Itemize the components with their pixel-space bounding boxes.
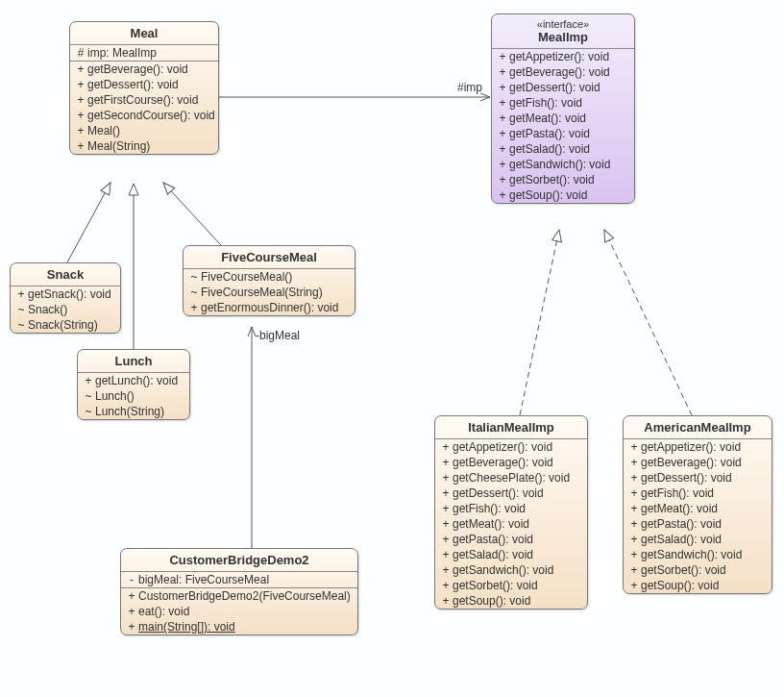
op-row: +getMeat(): void bbox=[435, 516, 587, 532]
op-row: +getFish(): void bbox=[435, 501, 587, 516]
attrs-section: -bigMeal: FiveCourseMeal bbox=[121, 572, 357, 588]
class-name: MealImp bbox=[538, 30, 588, 44]
op-row: +getFish(): void bbox=[492, 95, 634, 111]
op-row: +getEnormousDinner(): void bbox=[184, 300, 355, 315]
ops-section: ~FiveCourseMeal() ~FiveCourseMeal(String… bbox=[184, 269, 355, 315]
attr-row: -bigMeal: FiveCourseMeal bbox=[121, 572, 357, 587]
op-row: +getLunch(): void bbox=[78, 373, 189, 388]
class-fivecoursemeal[interactable]: FiveCourseMeal ~FiveCourseMeal() ~FiveCo… bbox=[183, 245, 355, 316]
ops-section: +getAppetizer(): void +getBeverage(): vo… bbox=[624, 439, 772, 593]
op-row: +getSalad(): void bbox=[435, 547, 587, 562]
op-row: +getSorbet(): void bbox=[492, 172, 634, 187]
assoc-label-imp: #imp bbox=[457, 81, 482, 94]
op-row: ~FiveCourseMeal(String) bbox=[184, 285, 355, 300]
op-row: ~Lunch(String) bbox=[78, 404, 189, 419]
op-row: +getFirstCourse(): void bbox=[70, 92, 218, 108]
op-row: +getSandwich(): void bbox=[624, 547, 772, 562]
attr-row: #imp: MealImp bbox=[70, 45, 218, 61]
class-title: AmericanMealImp bbox=[624, 416, 772, 439]
ops-section: +CustomerBridgeDemo2(FiveCourseMeal) +ea… bbox=[121, 588, 357, 635]
svg-line-1 bbox=[67, 183, 110, 262]
op-row: +getBeverage(): void bbox=[70, 62, 218, 77]
class-italianmealimp[interactable]: ItalianMealImp +getAppetizer(): void +ge… bbox=[434, 415, 588, 610]
op-row: +getFish(): void bbox=[624, 485, 772, 501]
op-row: +getSalad(): void bbox=[492, 141, 634, 157]
ops-section: +getAppetizer(): void +getBeverage(): vo… bbox=[435, 439, 587, 609]
op-row: +getSorbet(): void bbox=[435, 578, 587, 593]
op-row: +getSnack(): void bbox=[11, 286, 120, 302]
op-row: +getPasta(): void bbox=[492, 126, 634, 141]
op-row: +getSandwich(): void bbox=[492, 157, 634, 172]
svg-line-5 bbox=[604, 230, 692, 415]
class-customerbridgedemo2[interactable]: CustomerBridgeDemo2 -bigMeal: FiveCourse… bbox=[120, 548, 358, 635]
op-row: +getSorbet(): void bbox=[624, 562, 772, 578]
op-row: +getSoup(): void bbox=[624, 578, 772, 593]
op-row: +getSandwich(): void bbox=[435, 562, 587, 578]
class-title: Meal bbox=[70, 22, 218, 45]
ops-section: +getLunch(): void ~Lunch() ~Lunch(String… bbox=[78, 373, 189, 419]
op-row: +getBeverage(): void bbox=[624, 455, 772, 470]
ops-section: +getBeverage(): void +getDessert(): void… bbox=[70, 62, 218, 154]
interface-mealimp[interactable]: «interface» MealImp +getAppetizer(): voi… bbox=[491, 13, 635, 204]
class-snack[interactable]: Snack +getSnack(): void ~Snack() ~Snack(… bbox=[10, 262, 121, 334]
op-row: +getPasta(): void bbox=[435, 532, 587, 547]
op-row: +getSoup(): void bbox=[492, 187, 634, 203]
op-row: ~Snack(String) bbox=[11, 317, 120, 333]
class-americanmealimp[interactable]: AmericanMealImp +getAppetizer(): void +g… bbox=[623, 415, 772, 594]
op-row: +getBeverage(): void bbox=[435, 455, 587, 470]
op-row: +getMeat(): void bbox=[624, 501, 772, 516]
op-row: +main(String[]): void bbox=[121, 619, 357, 635]
assoc-label-bigmeal: -bigMeal bbox=[256, 329, 300, 342]
op-row: +getDessert(): void bbox=[624, 470, 772, 485]
ops-section: +getAppetizer(): void +getBeverage(): vo… bbox=[492, 49, 634, 203]
class-title: «interface» MealImp bbox=[492, 14, 634, 49]
attrs-section: #imp: MealImp bbox=[70, 45, 218, 62]
stereotype: «interface» bbox=[498, 18, 628, 30]
op-row: +CustomerBridgeDemo2(FiveCourseMeal) bbox=[121, 588, 357, 604]
op-row: +getSalad(): void bbox=[624, 532, 772, 547]
class-meal[interactable]: Meal #imp: MealImp +getBeverage(): void … bbox=[69, 21, 219, 155]
op-row: +getAppetizer(): void bbox=[435, 439, 587, 455]
op-row: ~Lunch() bbox=[78, 388, 189, 404]
op-row: +getSoup(): void bbox=[435, 593, 587, 609]
op-row: +getMeat(): void bbox=[492, 111, 634, 126]
class-lunch[interactable]: Lunch +getLunch(): void ~Lunch() ~Lunch(… bbox=[77, 349, 190, 420]
svg-line-3 bbox=[163, 183, 221, 245]
op-row: +getSecondCourse(): void bbox=[70, 108, 218, 123]
op-row: ~FiveCourseMeal() bbox=[184, 269, 355, 285]
op-row: +getBeverage(): void bbox=[492, 64, 634, 80]
class-title: ItalianMealImp bbox=[435, 416, 587, 439]
class-title: CustomerBridgeDemo2 bbox=[121, 549, 357, 572]
op-row: +Meal(String) bbox=[70, 138, 218, 154]
op-row: +getDessert(): void bbox=[70, 77, 218, 92]
ops-section: +getSnack(): void ~Snack() ~Snack(String… bbox=[11, 286, 120, 333]
class-title: FiveCourseMeal bbox=[184, 246, 355, 269]
op-row: ~Snack() bbox=[11, 302, 120, 317]
op-row: +getDessert(): void bbox=[492, 80, 634, 95]
svg-line-4 bbox=[520, 230, 559, 415]
op-row: +Meal() bbox=[70, 123, 218, 138]
op-row: +eat(): void bbox=[121, 604, 357, 619]
op-row: +getAppetizer(): void bbox=[492, 49, 634, 64]
op-row: +getCheesePlate(): void bbox=[435, 470, 587, 485]
op-row: +getPasta(): void bbox=[624, 516, 772, 532]
class-title: Snack bbox=[11, 263, 120, 286]
op-row: +getDessert(): void bbox=[435, 485, 587, 501]
op-row: +getAppetizer(): void bbox=[624, 439, 772, 455]
class-title: Lunch bbox=[78, 350, 189, 373]
